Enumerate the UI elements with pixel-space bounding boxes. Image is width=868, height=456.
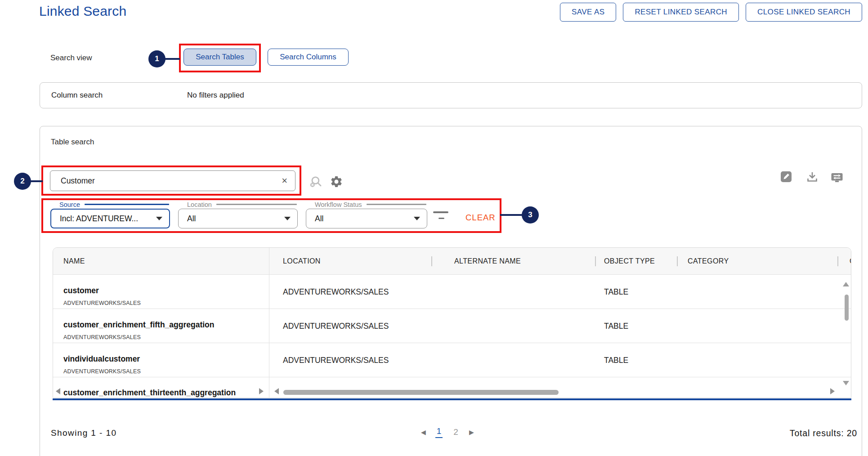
- table-row[interactable]: customer ADVENTUREWORKS/SALES ADVENTUREW…: [53, 275, 851, 309]
- column-search-label: Column search: [51, 91, 187, 100]
- location-notch-line: [216, 204, 297, 205]
- search-view-label: Search view: [50, 54, 92, 63]
- horizontal-scrollbar-thumb[interactable]: [283, 390, 559, 395]
- row-location: ADVENTUREWORKS/SALES: [283, 343, 389, 377]
- column-search-panel: Column search No filters applied: [40, 82, 862, 108]
- table-row[interactable]: customer_enrichment_fifth_aggregation AD…: [53, 309, 851, 343]
- table-search-input-wrap: ×: [50, 170, 295, 191]
- search-off-icon[interactable]: [309, 174, 324, 190]
- row-name: vindividualcustomer: [63, 354, 140, 364]
- chevron-down-icon: [284, 217, 291, 220]
- linked-search-page: Linked Search SAVE AS RESET LINKED SEARC…: [0, 0, 868, 456]
- scroll-right-icon[interactable]: [830, 388, 835, 394]
- table-search-input[interactable]: [50, 170, 295, 191]
- row-object-type: TABLE: [604, 275, 628, 309]
- column-header-name[interactable]: NAME: [63, 248, 85, 275]
- annotation-badge-2: 2: [14, 173, 31, 190]
- column-search-status: No filters applied: [187, 91, 244, 100]
- results-table: NAME LOCATION ALTERNATE NAME OBJECT TYPE…: [53, 247, 851, 398]
- annotation-badge-3: 3: [522, 206, 539, 224]
- location-filter-value: All: [187, 214, 196, 224]
- previous-page-icon[interactable]: ◀: [421, 429, 426, 436]
- chevron-down-icon: [414, 217, 420, 220]
- vertical-scrollbar-thumb[interactable]: [845, 295, 849, 321]
- page-title: Linked Search: [39, 4, 126, 19]
- close-linked-search-button[interactable]: CLOSE LINKED SEARCH: [746, 3, 862, 22]
- header-actions: SAVE AS RESET LINKED SEARCH CLOSE LINKED…: [560, 3, 862, 22]
- save-as-button[interactable]: SAVE AS: [560, 3, 616, 22]
- workflow-notch-line: [367, 204, 427, 205]
- header-divider: [431, 256, 432, 266]
- source-notch-line: [85, 204, 169, 205]
- location-filter-dropdown[interactable]: Location All: [178, 201, 298, 228]
- workflow-status-filter-dropdown[interactable]: Workflow Status All: [306, 201, 427, 228]
- column-header-object-type[interactable]: OBJECT TYPE: [604, 248, 655, 275]
- scroll-left-icon[interactable]: [274, 388, 279, 394]
- next-page-icon[interactable]: ▶: [469, 429, 474, 436]
- column-header-category[interactable]: CATEGORY: [688, 248, 729, 275]
- row-name: customer_enrichment_fifth_aggregation: [63, 320, 214, 330]
- chevron-down-icon: [156, 217, 162, 220]
- reset-linked-search-button[interactable]: RESET LINKED SEARCH: [623, 3, 739, 22]
- scroll-down-icon[interactable]: [843, 381, 849, 385]
- scroll-right-icon[interactable]: [259, 388, 264, 394]
- column-header-alternate-name[interactable]: ALTERNATE NAME: [454, 248, 521, 275]
- row-object-type: TABLE: [604, 309, 628, 343]
- tab-search-columns[interactable]: Search Columns: [268, 49, 349, 66]
- workflow-status-filter-value: All: [315, 214, 323, 224]
- total-results-label: Total results: 20: [790, 428, 857, 438]
- row-source-path: ADVENTUREWORKS/SALES: [63, 368, 141, 375]
- showing-range-label: Showing 1 - 10: [51, 428, 116, 438]
- gear-icon[interactable]: [330, 175, 343, 188]
- edit-icon[interactable]: [779, 170, 793, 184]
- row-source-path: ADVENTUREWORKS/SALES: [63, 300, 141, 306]
- annotation-connector-3: [500, 214, 523, 216]
- row-name: customer: [63, 286, 99, 295]
- column-header-location[interactable]: LOCATION: [283, 248, 321, 275]
- table-bottom-accent-line: [53, 398, 851, 400]
- header-divider: [595, 256, 596, 266]
- row-location: ADVENTUREWORKS/SALES: [283, 309, 389, 343]
- page-1-link[interactable]: 1: [435, 426, 443, 438]
- source-filter-value: Incl: ADVENTUREW...: [60, 214, 138, 224]
- row-object-type: TABLE: [604, 343, 628, 377]
- transfer-icon[interactable]: [830, 170, 844, 185]
- location-filter-label: Location: [187, 201, 212, 208]
- source-filter-dropdown[interactable]: Source Incl: ADVENTUREW...: [50, 201, 170, 228]
- table-header-row: NAME LOCATION ALTERNATE NAME OBJECT TYPE…: [53, 248, 851, 275]
- scroll-left-icon[interactable]: [56, 388, 60, 394]
- header-divider: [677, 256, 678, 266]
- clear-filters-button[interactable]: CLEAR: [465, 213, 496, 223]
- page-2-link[interactable]: 2: [452, 427, 460, 437]
- header-divider: [837, 256, 838, 266]
- filter-icon[interactable]: [433, 211, 449, 219]
- source-filter-label: Source: [59, 201, 80, 208]
- annotation-badge-1: 1: [148, 50, 166, 67]
- column-header-cutoff[interactable]: C: [850, 248, 851, 275]
- download-icon[interactable]: [805, 170, 819, 184]
- workflow-status-filter-label: Workflow Status: [315, 201, 362, 208]
- pagination: ◀ 1 2 ▶: [421, 426, 474, 438]
- row-location: ADVENTUREWORKS/SALES: [283, 275, 389, 309]
- clear-search-icon[interactable]: ×: [282, 176, 287, 186]
- row-name: customer_enrichment_thirteenth_aggregati…: [63, 388, 236, 398]
- table-search-label: Table search: [51, 138, 94, 147]
- scroll-up-icon[interactable]: [843, 282, 849, 286]
- tab-search-tables[interactable]: Search Tables: [183, 49, 256, 66]
- table-row[interactable]: vindividualcustomer ADVENTUREWORKS/SALES…: [53, 343, 851, 377]
- table-row[interactable]: customer_enrichment_thirteenth_aggregati…: [53, 377, 851, 398]
- row-source-path: ADVENTUREWORKS/SALES: [63, 334, 141, 340]
